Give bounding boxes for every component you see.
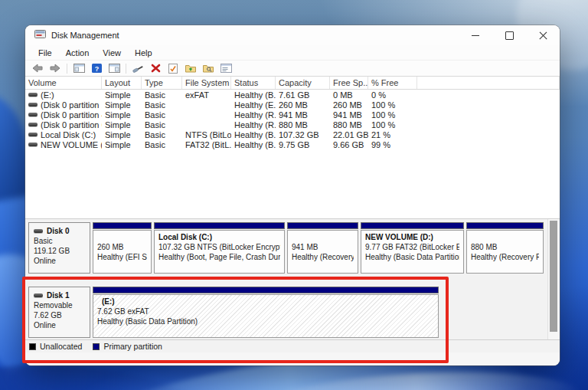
volume-status: Healthy (B... [231,90,276,100]
graphical-view-pane: Disk 0 Basic 119.12 GB Online 260 MB Hea… [25,219,560,339]
menu-help[interactable]: Help [128,45,159,60]
volume-status: Healthy (R... [231,110,276,120]
volume-icon [28,103,38,107]
partition-status: Healthy (Recovery Parti [471,252,539,262]
volume-free-space: 941 MB [330,110,368,120]
maximize-icon [505,31,514,40]
volume-pct-free: 99 % [368,140,417,149]
volume-capacity: 9.75 GB [276,140,330,149]
column-header-layout[interactable]: Layout [102,77,142,89]
primary-partition-swatch-icon [93,343,100,350]
disk-0-label[interactable]: Disk 0 Basic 119.12 GB Online [28,222,90,274]
partition-info: 260 MB [97,242,147,252]
volume-pct-free: 100 % [368,110,417,120]
legend-label: Unallocated [40,342,82,351]
folder-search-icon[interactable] [201,62,216,75]
volume-type: Basic [142,90,182,100]
volume-name: NEW VOLUME (D:) [41,140,102,149]
partition-color-band [93,287,439,293]
legend-label: Primary partition [103,342,162,351]
disk-size: 7.62 GB [34,310,90,320]
partition-status: Healthy (Basic Data Partition) [97,316,434,326]
menu-file[interactable]: File [31,45,59,60]
volume-row[interactable]: (E:) Simple Basic exFAT Healthy (B... 7.… [25,90,560,100]
volume-layout: Simple [102,130,142,139]
tool-icon[interactable] [130,62,145,75]
volume-status: Healthy (R... [231,120,276,129]
title-bar[interactable]: Disk Management [25,25,560,45]
column-header-file-system[interactable]: File System [182,77,231,89]
disk-name: Disk 0 [47,226,69,236]
volume-row[interactable]: Local Disk (C:) Simple Basic NTFS (BitLo… [25,129,560,139]
column-header-status[interactable]: Status [231,77,276,89]
partition-e-drive[interactable]: (E:) 7.62 GB exFAT Healthy (Basic Data P… [93,287,439,338]
partition-recovery-2[interactable]: 880 MB Healthy (Recovery Parti [466,222,544,274]
scrollbar-thumb[interactable] [550,221,557,332]
volume-pct-free: 0 % [368,90,417,100]
svg-text:?: ? [94,65,99,73]
volume-row[interactable]: (Disk 0 partition 6) Simple Basic Health… [25,120,560,129]
volume-layout: Simple [102,120,142,129]
volume-pct-free: 21 % [368,130,417,139]
column-header-volume[interactable]: Volume [25,77,102,89]
back-icon[interactable] [30,62,45,75]
maximize-button[interactable] [492,25,526,45]
menu-action[interactable]: Action [59,45,96,60]
volume-file-system: NTFS (BitLo... [182,130,231,139]
help-icon[interactable]: ? [89,62,104,75]
column-header-free-space[interactable]: Free Sp... [330,77,368,89]
partition-status: Healthy (EFI Syste [97,252,147,262]
partition-c-drive[interactable]: Local Disk (C:) 107.32 GB NTFS (BitLocke… [154,222,285,274]
disk-kind: Removable [34,300,90,310]
volume-name: Local Disk (C:) [41,130,96,139]
column-header-type[interactable]: Type [142,77,182,89]
volume-icon [28,123,38,126]
volume-list-pane: Volume Layout Type File System Status Ca… [25,77,560,219]
menu-bar: File Action View Help [25,45,560,61]
properties-icon[interactable] [218,62,234,75]
volume-layout: Simple [102,90,142,100]
legend-primary-partition: Primary partition [93,342,162,351]
partition-d-drive[interactable]: NEW VOLUME (D:) 9.77 GB FAT32 (BitLocker… [361,222,464,274]
close-button[interactable] [526,25,560,45]
volume-name: (Disk 0 partition 6) [41,120,102,129]
disk-icon [34,229,43,233]
volume-name: (E:) [41,90,54,100]
disk-status: Online [34,320,90,330]
volume-list-header: Volume Layout Type File System Status Ca… [25,77,560,90]
minimize-button[interactable] [459,25,492,45]
volume-type: Basic [142,100,182,110]
delete-icon[interactable] [148,62,163,75]
menu-view[interactable]: View [96,45,128,60]
vertical-scrollbar[interactable] [547,219,559,339]
volume-capacity: 260 MB [276,100,330,110]
column-header-pct-free[interactable]: % Free [368,77,417,89]
app-icon [34,28,46,42]
partition-recovery-1[interactable]: 941 MB Healthy (Recovery Part [287,222,358,274]
disk-icon [34,293,43,297]
window-footer [25,352,560,365]
partition-status: Healthy (Recovery Part [292,252,354,262]
partition-efi[interactable]: 260 MB Healthy (EFI Syste [93,222,152,274]
volume-pct-free: 100 % [368,100,417,110]
volume-free-space: 9.66 GB [330,140,368,149]
disk-1-label[interactable]: Disk 1 Removable 7.62 GB Online [28,287,90,338]
partition-label [292,232,354,242]
folder-up-icon[interactable] [183,62,198,75]
volume-capacity: 7.61 GB [276,90,330,100]
partition-label: (E:) [97,297,434,306]
volume-status: Healthy (B... [231,140,276,149]
minimize-icon [472,35,479,36]
volume-icon [28,133,38,136]
column-header-capacity[interactable]: Capacity [276,77,330,89]
forward-icon[interactable] [47,62,63,75]
check-document-icon[interactable] [165,62,181,75]
volume-free-space: 0 MB [330,90,368,100]
partition-info: 880 MB [471,242,539,252]
action-pane-icon[interactable] [106,62,122,75]
volume-row[interactable]: NEW VOLUME (D:) Simple Basic FAT32 (BitL… [25,139,560,149]
volume-type: Basic [142,110,182,120]
console-tree-icon[interactable] [71,62,87,75]
volume-row[interactable]: (Disk 0 partition 1) Simple Basic Health… [25,100,560,110]
volume-row[interactable]: (Disk 0 partition 4) Simple Basic Health… [25,110,560,120]
